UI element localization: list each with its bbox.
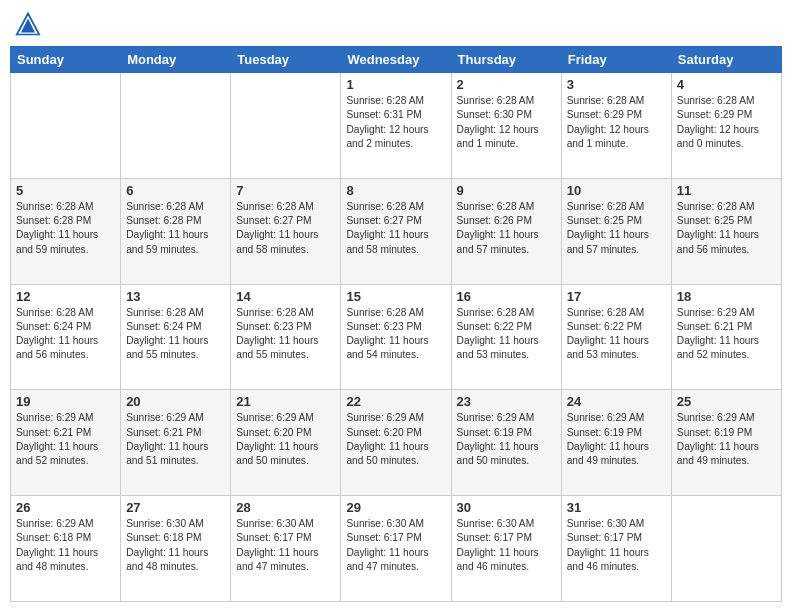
calendar-cell: 25Sunrise: 6:29 AM Sunset: 6:19 PM Dayli… — [671, 390, 781, 496]
day-number: 30 — [457, 500, 556, 515]
logo — [14, 10, 46, 38]
day-number: 19 — [16, 394, 115, 409]
cell-info: Sunrise: 6:28 AM Sunset: 6:28 PM Dayligh… — [126, 200, 225, 257]
calendar-cell: 16Sunrise: 6:28 AM Sunset: 6:22 PM Dayli… — [451, 284, 561, 390]
weekday-sunday: Sunday — [11, 47, 121, 73]
cell-info: Sunrise: 6:30 AM Sunset: 6:17 PM Dayligh… — [236, 517, 335, 574]
day-number: 6 — [126, 183, 225, 198]
cell-info: Sunrise: 6:28 AM Sunset: 6:31 PM Dayligh… — [346, 94, 445, 151]
calendar-cell: 13Sunrise: 6:28 AM Sunset: 6:24 PM Dayli… — [121, 284, 231, 390]
calendar-cell: 1Sunrise: 6:28 AM Sunset: 6:31 PM Daylig… — [341, 73, 451, 179]
cell-info: Sunrise: 6:30 AM Sunset: 6:17 PM Dayligh… — [567, 517, 666, 574]
day-number: 22 — [346, 394, 445, 409]
cell-info: Sunrise: 6:28 AM Sunset: 6:27 PM Dayligh… — [346, 200, 445, 257]
cell-info: Sunrise: 6:29 AM Sunset: 6:21 PM Dayligh… — [126, 411, 225, 468]
cell-info: Sunrise: 6:28 AM Sunset: 6:24 PM Dayligh… — [16, 306, 115, 363]
day-number: 26 — [16, 500, 115, 515]
calendar-cell — [11, 73, 121, 179]
cell-info: Sunrise: 6:28 AM Sunset: 6:25 PM Dayligh… — [677, 200, 776, 257]
cell-info: Sunrise: 6:30 AM Sunset: 6:17 PM Dayligh… — [346, 517, 445, 574]
calendar-cell: 29Sunrise: 6:30 AM Sunset: 6:17 PM Dayli… — [341, 496, 451, 602]
logo-icon — [14, 10, 42, 38]
day-number: 1 — [346, 77, 445, 92]
calendar-cell: 15Sunrise: 6:28 AM Sunset: 6:23 PM Dayli… — [341, 284, 451, 390]
cell-info: Sunrise: 6:28 AM Sunset: 6:23 PM Dayligh… — [346, 306, 445, 363]
day-number: 20 — [126, 394, 225, 409]
day-number: 25 — [677, 394, 776, 409]
day-number: 16 — [457, 289, 556, 304]
calendar-cell: 19Sunrise: 6:29 AM Sunset: 6:21 PM Dayli… — [11, 390, 121, 496]
calendar-cell: 24Sunrise: 6:29 AM Sunset: 6:19 PM Dayli… — [561, 390, 671, 496]
day-number: 11 — [677, 183, 776, 198]
day-number: 3 — [567, 77, 666, 92]
calendar-cell: 14Sunrise: 6:28 AM Sunset: 6:23 PM Dayli… — [231, 284, 341, 390]
cell-info: Sunrise: 6:29 AM Sunset: 6:18 PM Dayligh… — [16, 517, 115, 574]
cell-info: Sunrise: 6:29 AM Sunset: 6:20 PM Dayligh… — [346, 411, 445, 468]
day-number: 13 — [126, 289, 225, 304]
cell-info: Sunrise: 6:29 AM Sunset: 6:19 PM Dayligh… — [677, 411, 776, 468]
calendar-cell — [121, 73, 231, 179]
day-number: 4 — [677, 77, 776, 92]
cell-info: Sunrise: 6:28 AM Sunset: 6:22 PM Dayligh… — [457, 306, 556, 363]
cell-info: Sunrise: 6:28 AM Sunset: 6:25 PM Dayligh… — [567, 200, 666, 257]
cell-info: Sunrise: 6:28 AM Sunset: 6:27 PM Dayligh… — [236, 200, 335, 257]
weekday-tuesday: Tuesday — [231, 47, 341, 73]
page: SundayMondayTuesdayWednesdayThursdayFrid… — [0, 0, 792, 612]
cell-info: Sunrise: 6:28 AM Sunset: 6:26 PM Dayligh… — [457, 200, 556, 257]
cell-info: Sunrise: 6:30 AM Sunset: 6:17 PM Dayligh… — [457, 517, 556, 574]
calendar-cell: 17Sunrise: 6:28 AM Sunset: 6:22 PM Dayli… — [561, 284, 671, 390]
day-number: 24 — [567, 394, 666, 409]
calendar-cell: 9Sunrise: 6:28 AM Sunset: 6:26 PM Daylig… — [451, 178, 561, 284]
calendar-cell: 12Sunrise: 6:28 AM Sunset: 6:24 PM Dayli… — [11, 284, 121, 390]
day-number: 5 — [16, 183, 115, 198]
week-row-2: 5Sunrise: 6:28 AM Sunset: 6:28 PM Daylig… — [11, 178, 782, 284]
calendar-cell: 3Sunrise: 6:28 AM Sunset: 6:29 PM Daylig… — [561, 73, 671, 179]
calendar-cell — [671, 496, 781, 602]
cell-info: Sunrise: 6:28 AM Sunset: 6:29 PM Dayligh… — [567, 94, 666, 151]
weekday-saturday: Saturday — [671, 47, 781, 73]
day-number: 28 — [236, 500, 335, 515]
cell-info: Sunrise: 6:29 AM Sunset: 6:21 PM Dayligh… — [677, 306, 776, 363]
cell-info: Sunrise: 6:29 AM Sunset: 6:20 PM Dayligh… — [236, 411, 335, 468]
weekday-thursday: Thursday — [451, 47, 561, 73]
day-number: 29 — [346, 500, 445, 515]
weekday-header-row: SundayMondayTuesdayWednesdayThursdayFrid… — [11, 47, 782, 73]
cell-info: Sunrise: 6:30 AM Sunset: 6:18 PM Dayligh… — [126, 517, 225, 574]
calendar-cell — [231, 73, 341, 179]
cell-info: Sunrise: 6:28 AM Sunset: 6:23 PM Dayligh… — [236, 306, 335, 363]
cell-info: Sunrise: 6:29 AM Sunset: 6:21 PM Dayligh… — [16, 411, 115, 468]
calendar-cell: 2Sunrise: 6:28 AM Sunset: 6:30 PM Daylig… — [451, 73, 561, 179]
day-number: 18 — [677, 289, 776, 304]
calendar-cell: 11Sunrise: 6:28 AM Sunset: 6:25 PM Dayli… — [671, 178, 781, 284]
day-number: 14 — [236, 289, 335, 304]
calendar-cell: 30Sunrise: 6:30 AM Sunset: 6:17 PM Dayli… — [451, 496, 561, 602]
day-number: 9 — [457, 183, 556, 198]
week-row-4: 19Sunrise: 6:29 AM Sunset: 6:21 PM Dayli… — [11, 390, 782, 496]
weekday-wednesday: Wednesday — [341, 47, 451, 73]
week-row-1: 1Sunrise: 6:28 AM Sunset: 6:31 PM Daylig… — [11, 73, 782, 179]
day-number: 8 — [346, 183, 445, 198]
calendar-cell: 6Sunrise: 6:28 AM Sunset: 6:28 PM Daylig… — [121, 178, 231, 284]
day-number: 21 — [236, 394, 335, 409]
day-number: 17 — [567, 289, 666, 304]
weekday-friday: Friday — [561, 47, 671, 73]
calendar-cell: 23Sunrise: 6:29 AM Sunset: 6:19 PM Dayli… — [451, 390, 561, 496]
week-row-3: 12Sunrise: 6:28 AM Sunset: 6:24 PM Dayli… — [11, 284, 782, 390]
day-number: 12 — [16, 289, 115, 304]
cell-info: Sunrise: 6:28 AM Sunset: 6:29 PM Dayligh… — [677, 94, 776, 151]
calendar-cell: 5Sunrise: 6:28 AM Sunset: 6:28 PM Daylig… — [11, 178, 121, 284]
cell-info: Sunrise: 6:29 AM Sunset: 6:19 PM Dayligh… — [457, 411, 556, 468]
calendar-cell: 10Sunrise: 6:28 AM Sunset: 6:25 PM Dayli… — [561, 178, 671, 284]
week-row-5: 26Sunrise: 6:29 AM Sunset: 6:18 PM Dayli… — [11, 496, 782, 602]
day-number: 27 — [126, 500, 225, 515]
header — [10, 10, 782, 38]
calendar-cell: 22Sunrise: 6:29 AM Sunset: 6:20 PM Dayli… — [341, 390, 451, 496]
cell-info: Sunrise: 6:28 AM Sunset: 6:28 PM Dayligh… — [16, 200, 115, 257]
day-number: 2 — [457, 77, 556, 92]
day-number: 15 — [346, 289, 445, 304]
cell-info: Sunrise: 6:28 AM Sunset: 6:30 PM Dayligh… — [457, 94, 556, 151]
calendar-cell: 31Sunrise: 6:30 AM Sunset: 6:17 PM Dayli… — [561, 496, 671, 602]
cell-info: Sunrise: 6:28 AM Sunset: 6:24 PM Dayligh… — [126, 306, 225, 363]
weekday-monday: Monday — [121, 47, 231, 73]
calendar-cell: 27Sunrise: 6:30 AM Sunset: 6:18 PM Dayli… — [121, 496, 231, 602]
